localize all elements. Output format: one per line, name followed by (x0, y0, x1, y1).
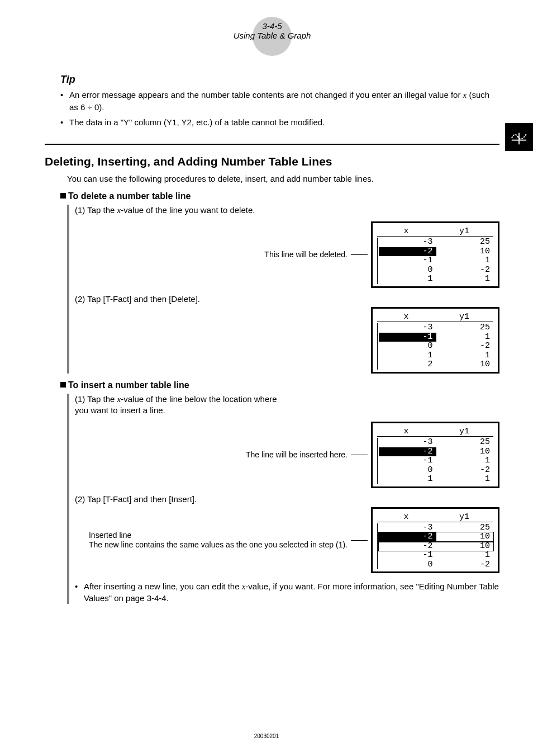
cell-y: 1 (436, 456, 494, 466)
cell-y: 10 (436, 247, 494, 257)
table-row: 11 (379, 275, 493, 284)
col-head: x (377, 512, 435, 522)
insert-heading: To insert a number table line (60, 380, 499, 390)
insert-procedure: (1) Tap the x-value of the line below th… (67, 394, 499, 604)
caption-line: Inserted line (89, 531, 131, 540)
section-divider (45, 144, 499, 145)
cell-x: -2 (379, 447, 436, 457)
cell-x: 2 (379, 360, 436, 370)
cell-x: 0 (379, 560, 436, 570)
table-row: 0-2 (379, 266, 493, 275)
cell-x: -2 (379, 542, 436, 551)
note-part: After inserting a new line, you can edit… (84, 582, 242, 591)
table-row: -325 (379, 438, 493, 447)
caption-line: The new line contains the same values as… (89, 540, 348, 549)
cell-x: -3 (379, 323, 436, 333)
cell-x: 0 (379, 266, 436, 275)
tip-text: The data in a "Y" column (Y1, Y2, etc.) … (69, 117, 325, 127)
delete-step2: (2) Tap [T-Fact] and then [Delete]. (75, 294, 499, 305)
table-row: -11 (379, 256, 493, 266)
table-row: 210 (379, 360, 493, 370)
cell-x: -2 (379, 247, 436, 257)
cell-y: -2 (436, 342, 494, 351)
cell-y: 1 (436, 551, 494, 560)
table-row: -325 (379, 523, 493, 533)
cell-y: 1 (436, 256, 494, 266)
page-number: 3-4-5 (45, 17, 499, 31)
leader-line (351, 540, 368, 541)
col-head: x (377, 427, 435, 436)
tip-item: The data in a "Y" column (Y1, Y2, etc.) … (60, 116, 499, 128)
cell-y: 1 (436, 275, 494, 284)
table-row: 11 (379, 351, 493, 361)
cell-x: -1 (379, 333, 436, 342)
table-after-delete: xy1 -325-110-211210 (371, 307, 499, 374)
col-head: y1 (435, 427, 493, 436)
cell-x: -1 (379, 256, 436, 266)
cell-y: 1 (436, 333, 494, 342)
cell-x: -2 (379, 532, 436, 542)
graph-icon (511, 129, 527, 145)
tip-list: An error message appears and the number … (45, 89, 499, 128)
table-row: 0-2 (379, 560, 493, 570)
delete-heading: To delete a number table line (60, 191, 499, 201)
delete-procedure: (1) Tap the x-value of the line you want… (67, 205, 499, 374)
step-text-part: -value of the line you want to delete. (121, 205, 255, 215)
section-title: Deleting, Inserting, and Adding Number T… (45, 155, 499, 168)
insert-step1: (1) Tap the x-value of the line below th… (75, 394, 282, 417)
table-after-insert: xy1 -325-210-210-110-2 (371, 507, 499, 574)
leader-line (351, 455, 368, 455)
table-row: -11 (379, 456, 493, 466)
cell-y: 25 (436, 238, 494, 247)
cell-y: 10 (436, 447, 494, 457)
cell-y: 25 (436, 323, 494, 333)
section-intro: You can use the following procedures to … (67, 174, 499, 183)
cell-y: -2 (436, 266, 494, 275)
step-text-part: (1) Tap the (75, 394, 117, 404)
step-text-part: (1) Tap the (75, 205, 117, 215)
cell-x: 0 (379, 342, 436, 351)
cell-y: 25 (436, 523, 494, 533)
table-row: 0-2 (379, 466, 493, 475)
table-row: -210 (379, 247, 493, 257)
table-row: -11 (379, 333, 493, 342)
cell-x: -3 (379, 523, 436, 533)
insert-caption2: Inserted line The new line contains the … (89, 531, 348, 550)
cell-y: 25 (436, 438, 494, 447)
table-row: -325 (379, 323, 493, 333)
col-head: x (377, 312, 435, 322)
table-row: 0-2 (379, 342, 493, 351)
table-row: -210 (379, 447, 493, 457)
leader-line (351, 254, 368, 255)
tip-item: An error message appears and the number … (60, 89, 499, 113)
footer-code: 20030201 (0, 733, 533, 739)
col-head: x (377, 226, 435, 236)
page-header: 3-4-5 Using Table & Graph (45, 17, 499, 40)
delete-step1: (1) Tap the x-value of the line you want… (75, 205, 499, 216)
table-row: -210 (379, 532, 493, 542)
cell-x: -3 (379, 238, 436, 247)
tip-text: An error message appears and the number … (69, 90, 463, 100)
cell-x: -3 (379, 438, 436, 447)
col-head: y1 (435, 512, 493, 522)
cell-y: -2 (436, 560, 494, 570)
cell-x: -1 (379, 551, 436, 560)
cell-x: 0 (379, 466, 436, 475)
cell-y: 1 (436, 351, 494, 361)
cell-y: 10 (436, 542, 494, 551)
insert-caption1: The line will be inserted here. (236, 450, 348, 460)
page-header-title: Using Table & Graph (45, 31, 499, 40)
delete-caption1: This line will be deleted. (236, 250, 348, 260)
table-row: -11 (379, 551, 493, 560)
cell-y: 10 (436, 360, 494, 370)
tip-label: Tip (60, 74, 499, 86)
cell-y: -2 (436, 466, 494, 475)
table-row: -210 (379, 542, 493, 551)
side-tab-badge (505, 123, 533, 151)
cell-x: 1 (379, 275, 436, 284)
cell-y: 1 (436, 475, 494, 484)
table-row: -325 (379, 238, 493, 247)
table-before-insert: xy1 -325-210-110-211 (371, 422, 499, 488)
col-head: y1 (435, 312, 493, 322)
insert-note: After inserting a new line, you can edit… (75, 581, 499, 604)
